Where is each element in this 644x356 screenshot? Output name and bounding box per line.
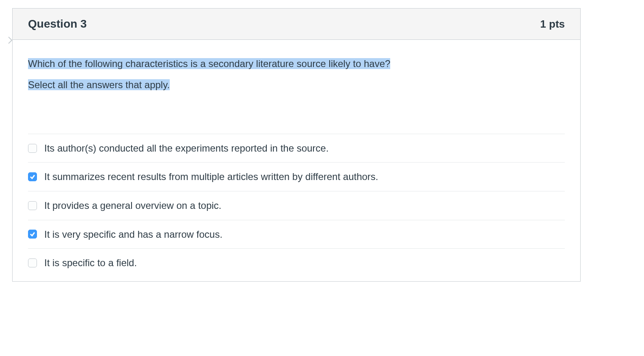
stem-line-1: Which of the following characteristics i… xyxy=(28,58,390,69)
checkbox[interactable] xyxy=(28,201,37,210)
answer-option[interactable]: It provides a general overview on a topi… xyxy=(28,191,565,220)
answer-option[interactable]: It summarizes recent results from multip… xyxy=(28,162,565,191)
answer-label[interactable]: It provides a general overview on a topi… xyxy=(44,199,221,213)
quiz-wrapper: Question 3 1 pts Which of the following … xyxy=(8,8,612,282)
answer-option[interactable]: It is very specific and has a narrow foc… xyxy=(28,220,565,249)
question-header: Question 3 1 pts xyxy=(13,9,580,40)
answer-label[interactable]: It is specific to a field. xyxy=(44,256,137,270)
question-stem: Which of the following characteristics i… xyxy=(28,56,565,93)
checkbox[interactable] xyxy=(28,144,37,153)
chevron-right-icon xyxy=(8,37,12,44)
answer-label[interactable]: Its author(s) conducted all the experime… xyxy=(44,141,328,155)
answer-option[interactable]: It is specific to a field. xyxy=(28,248,565,281)
checkbox[interactable] xyxy=(28,172,37,181)
answer-label[interactable]: It summarizes recent results from multip… xyxy=(44,170,378,184)
question-card: Question 3 1 pts Which of the following … xyxy=(12,8,581,282)
stem-line-2: Select all the answers that apply. xyxy=(28,79,170,90)
question-body: Which of the following characteristics i… xyxy=(13,40,580,281)
question-title: Question 3 xyxy=(28,17,87,30)
checkbox[interactable] xyxy=(28,230,37,239)
answer-label[interactable]: It is very specific and has a narrow foc… xyxy=(44,228,223,241)
check-icon xyxy=(30,174,35,180)
answer-option[interactable]: Its author(s) conducted all the experime… xyxy=(28,134,565,163)
checkbox[interactable] xyxy=(28,258,37,267)
check-icon xyxy=(30,231,35,237)
answer-list: Its author(s) conducted all the experime… xyxy=(28,134,565,281)
question-points: 1 pts xyxy=(540,18,565,30)
